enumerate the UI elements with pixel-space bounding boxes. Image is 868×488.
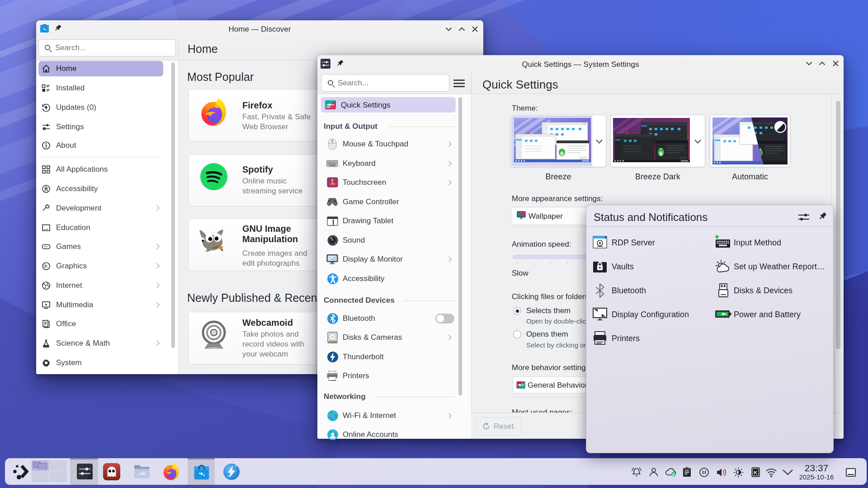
svg-text:K: K <box>754 470 758 475</box>
